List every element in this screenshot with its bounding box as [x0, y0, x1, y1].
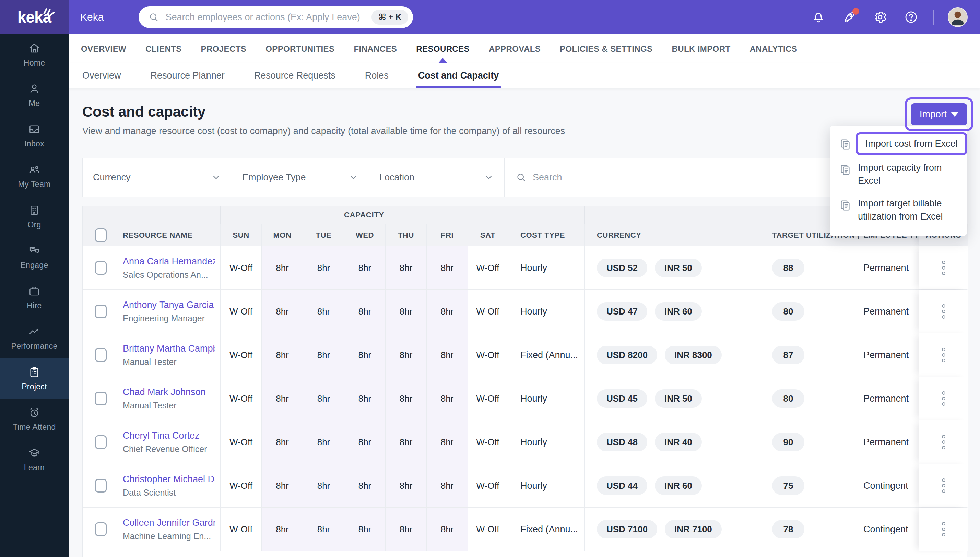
- cost-capacity-table: CAPACITY RESOURCE NAME SUN MON TUE WED T…: [82, 206, 967, 557]
- select-all-checkbox[interactable]: [95, 228, 107, 242]
- resource-role: Machine Learning En...: [123, 531, 211, 541]
- trend-icon: [28, 325, 41, 338]
- resource-name-link[interactable]: Anthony Tanya Garcia: [123, 300, 214, 310]
- keka-logo[interactable]: keka: [0, 0, 68, 34]
- menu-item-import-capacity[interactable]: Import capacity from Excel: [830, 156, 967, 192]
- inr-cost-pill: INR 50: [655, 259, 702, 277]
- row-actions-kebab[interactable]: [940, 302, 947, 321]
- row-checkbox[interactable]: [95, 348, 107, 362]
- row-checkbox[interactable]: [95, 305, 107, 318]
- resource-name-link[interactable]: Christopher Michael Da: [123, 474, 215, 485]
- row-actions-kebab[interactable]: [940, 259, 947, 277]
- sidebar-item-engage[interactable]: Engage: [0, 237, 68, 277]
- tab-overview[interactable]: OVERVIEW: [81, 34, 126, 64]
- whats-new-rocket-icon[interactable]: [842, 10, 856, 24]
- capacity-cell-fri: 8hr: [427, 420, 468, 464]
- usd-cost-pill: USD 48: [597, 433, 647, 451]
- sidebar-item-label: Engage: [20, 261, 48, 270]
- capacity-cell-wed: 8hr: [344, 508, 386, 551]
- employee-type-cell: Permanent: [859, 377, 919, 420]
- resource-name-link[interactable]: Brittany Martha Campb: [123, 343, 215, 354]
- cost-type-cell: Hourly: [508, 246, 584, 290]
- resource-name-link[interactable]: Cheryl Tina Cortez: [123, 430, 200, 441]
- sidebar-item-project[interactable]: Project: [0, 358, 68, 399]
- row-checkbox[interactable]: [95, 522, 107, 536]
- sidebar-item-performance[interactable]: Performance: [0, 318, 68, 358]
- tab-analytics[interactable]: ANALYTICS: [749, 34, 797, 64]
- row-checkbox[interactable]: [95, 479, 107, 492]
- row-checkbox[interactable]: [95, 392, 107, 406]
- currency-filter-select[interactable]: Currency: [83, 158, 232, 197]
- global-search-input[interactable]: Search employees or actions (Ex: Apply L…: [138, 6, 413, 28]
- sidebar-item-learn[interactable]: Learn: [0, 439, 68, 479]
- inr-cost-pill: INR 40: [655, 433, 702, 451]
- sidebar-item-org[interactable]: Org: [0, 196, 68, 237]
- subtab-resource-requests[interactable]: Resource Requests: [254, 64, 335, 88]
- topbar-divider: [933, 10, 934, 25]
- row-actions-kebab[interactable]: [940, 476, 947, 495]
- employee-type-filter-select[interactable]: Employee Type: [232, 158, 369, 197]
- target-utilization-pill: 80: [772, 302, 804, 321]
- row-checkbox[interactable]: [95, 435, 107, 449]
- tab-projects[interactable]: PROJECTS: [201, 34, 247, 64]
- col-cost-type: COST TYPE: [508, 224, 584, 246]
- sidebar-item-hire[interactable]: Hire: [0, 277, 68, 318]
- employee-type-cell: Contingent: [859, 464, 919, 507]
- location-filter-select[interactable]: Location: [369, 158, 505, 197]
- col-tue: TUE: [303, 224, 344, 246]
- table-row: Anthony Tanya Garcia Engineering Manager…: [83, 290, 967, 333]
- sidebar: Home Me Inbox My Team Org Engage Hire Pe…: [0, 34, 68, 557]
- menu-item-import-cost[interactable]: Import cost from Excel: [830, 131, 967, 156]
- row-checkbox[interactable]: [95, 261, 107, 275]
- capacity-cell-sun: W-Off: [221, 508, 262, 551]
- sidebar-item-me[interactable]: Me: [0, 75, 68, 115]
- resource-name-link[interactable]: Anna Carla Hernandez: [123, 256, 215, 267]
- capacity-cell-tue: 8hr: [303, 246, 344, 290]
- usd-cost-pill: USD 7100: [597, 520, 657, 539]
- row-actions-kebab[interactable]: [940, 433, 947, 451]
- tab-finances[interactable]: FINANCES: [354, 34, 397, 64]
- tab-policies-settings[interactable]: POLICIES & SETTINGS: [560, 34, 653, 64]
- tab-resources[interactable]: RESOURCES: [416, 34, 470, 64]
- capacity-cell-sun: W-Off: [221, 377, 262, 420]
- logo-spark-icon: [42, 5, 55, 17]
- sidebar-item-label: Time Attend: [13, 423, 55, 432]
- help-icon[interactable]: [904, 10, 918, 24]
- subtab-resource-planner[interactable]: Resource Planner: [151, 64, 225, 88]
- capacity-cell-thu: 8hr: [386, 290, 427, 333]
- employee-type-cell: Permanent: [859, 246, 919, 290]
- capacity-cell-fri: 8hr: [427, 377, 468, 420]
- subtab-cost-and-capacity[interactable]: Cost and Capacity: [418, 64, 499, 88]
- row-actions-kebab[interactable]: [940, 520, 947, 539]
- table-search-placeholder: Search: [533, 172, 562, 183]
- notifications-bell-icon[interactable]: [811, 10, 825, 24]
- resource-name-link[interactable]: Chad Mark Johnson: [123, 387, 206, 397]
- sidebar-item-time-attend[interactable]: Time Attend: [0, 399, 68, 439]
- cost-type-cell: Hourly: [508, 377, 584, 420]
- import-button[interactable]: Import: [911, 103, 967, 125]
- tab-clients[interactable]: CLIENTS: [145, 34, 181, 64]
- cost-type-cell: Hourly: [508, 464, 584, 507]
- sidebar-item-inbox[interactable]: Inbox: [0, 115, 68, 156]
- row-actions-kebab[interactable]: [940, 389, 947, 408]
- main-area: OVERVIEW CLIENTS PROJECTS OPPORTUNITIES …: [68, 34, 980, 557]
- col-resource-name: RESOURCE NAME: [119, 224, 221, 246]
- col-mon: MON: [262, 224, 303, 246]
- user-avatar[interactable]: [948, 7, 968, 27]
- subtab-roles[interactable]: Roles: [365, 64, 389, 88]
- menu-item-import-target-utilization[interactable]: Import target billable utilization from …: [830, 192, 967, 228]
- tab-approvals[interactable]: APPROVALS: [489, 34, 540, 64]
- tab-bulk-import[interactable]: BULK IMPORT: [672, 34, 730, 64]
- cost-type-cell: Hourly: [508, 290, 584, 333]
- graduation-cap-icon: [28, 446, 41, 459]
- row-actions-kebab[interactable]: [940, 346, 947, 364]
- target-utilization-pill: 88: [772, 259, 804, 277]
- sidebar-item-home[interactable]: Home: [0, 34, 68, 75]
- col-sun: SUN: [221, 224, 262, 246]
- home-icon: [28, 42, 41, 55]
- subtab-overview[interactable]: Overview: [82, 64, 121, 88]
- resource-name-link[interactable]: Colleen Jennifer Gardr: [123, 518, 215, 528]
- settings-gear-icon[interactable]: [873, 10, 887, 24]
- sidebar-item-my-team[interactable]: My Team: [0, 156, 68, 196]
- tab-opportunities[interactable]: OPPORTUNITIES: [265, 34, 334, 64]
